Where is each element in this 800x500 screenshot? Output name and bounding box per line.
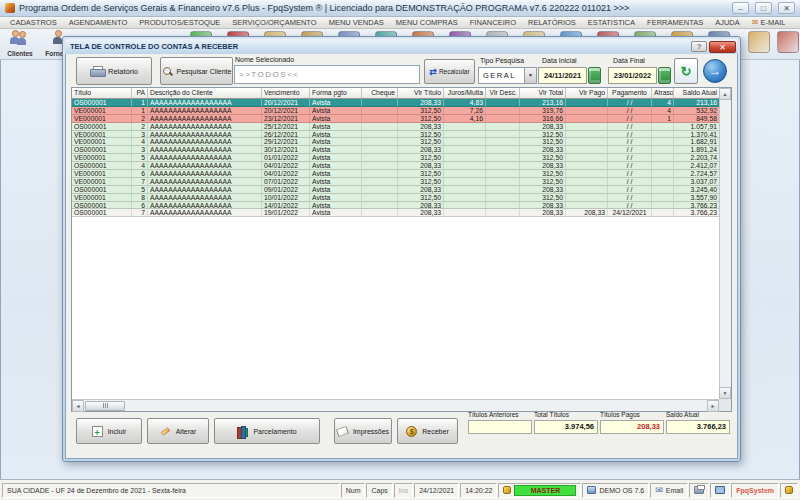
vertical-scrollbar[interactable]: ▲ ▼: [719, 88, 731, 399]
menu-item-cadastros[interactable]: CADASTROS: [4, 18, 63, 27]
table-row[interactable]: VE0000013AAAAAAAAAAAAAAAAAA26/12/2021Avi…: [72, 131, 719, 139]
table-row[interactable]: VE0000015AAAAAAAAAAAAAAAAAA01/01/2022Avi…: [72, 154, 719, 162]
toolbar-icon[interactable]: [748, 31, 770, 53]
horizontal-scrollbar[interactable]: ◄ ►: [72, 399, 719, 411]
calendar-icon[interactable]: [658, 67, 671, 84]
alterar-button[interactable]: Alterar: [147, 418, 209, 444]
status-email-button[interactable]: ✉ Email: [650, 483, 688, 498]
menu-item-label: CADASTROS: [10, 18, 57, 27]
minimize-button[interactable]: –: [732, 2, 749, 14]
status-location: SUA CIDADE - UF 24 de Dezembro de 2021 -…: [2, 483, 340, 498]
table-row[interactable]: VE0000011AAAAAAAAAAAAAAAAAA20/12/2021Avi…: [72, 107, 719, 115]
cell-juros: [444, 131, 486, 139]
status-monitor-button[interactable]: [710, 483, 730, 498]
scrollbar-thumb[interactable]: [85, 401, 125, 411]
cell-vlr_total: 312,50: [520, 170, 566, 178]
cell-cliente: AAAAAAAAAAAAAAAAAA: [148, 123, 262, 131]
pesquisar-cliente-button[interactable]: Pesquisar Cliente: [160, 57, 233, 85]
scroll-up-icon[interactable]: ▲: [719, 88, 731, 100]
parcelamento-button[interactable]: Parcelamento: [214, 418, 320, 444]
nome-selecionado-input[interactable]: >>TODOS<<: [234, 65, 420, 84]
cell-titulo: OS000001: [72, 186, 132, 194]
column-header-cheque[interactable]: Cheque: [362, 88, 398, 98]
column-header-vlr_pago[interactable]: Vlr Pago: [566, 88, 608, 98]
dialog-close-button[interactable]: ✕: [709, 41, 736, 53]
menu-item-relatorios[interactable]: RELATÓRIOS: [522, 18, 582, 27]
column-header-forma[interactable]: Forma pgto: [310, 88, 362, 98]
table-row[interactable]: OS0000016AAAAAAAAAAAAAAAAAA14/01/2022Avi…: [72, 202, 719, 210]
table-row[interactable]: VE0000012AAAAAAAAAAAAAAAAAA23/12/2021Avi…: [72, 115, 719, 123]
help-button[interactable]: ?: [691, 41, 707, 52]
cell-vlr_desc: [486, 162, 520, 170]
table-row[interactable]: OS0000012AAAAAAAAAAAAAAAAAA25/12/2021Avi…: [72, 123, 719, 131]
cell-atraso: [652, 138, 674, 146]
cell-saldo: 3.245,40: [674, 186, 719, 194]
cell-vlr_total: 213,16: [520, 99, 566, 107]
toolbar-icon[interactable]: [777, 31, 799, 53]
scroll-right-icon[interactable]: ►: [707, 400, 719, 412]
maximize-button[interactable]: □: [755, 2, 772, 14]
column-header-cliente[interactable]: Descrição do Cliente: [148, 88, 262, 98]
toolbar-clientes-button[interactable]: Clientes: [2, 30, 38, 57]
menu-item-label: AJUDA: [715, 18, 740, 27]
menu-item-agendamento[interactable]: AGENDAMENTO: [63, 18, 134, 27]
menu-item-estatistica[interactable]: ESTATISTICA: [582, 18, 641, 27]
column-header-atraso[interactable]: Atraso: [652, 88, 674, 98]
close-button[interactable]: ✕: [778, 2, 795, 14]
cell-vlr_desc: [486, 202, 520, 210]
menu-item-menu-vendas[interactable]: MENU VENDAS: [323, 18, 390, 27]
calendar-icon[interactable]: [588, 67, 601, 84]
table-row[interactable]: VE0000014AAAAAAAAAAAAAAAAAA29/12/2021Avi…: [72, 138, 719, 146]
status-key-button[interactable]: [780, 483, 798, 498]
cell-forma: Avista: [310, 202, 362, 210]
tipo-pesquisa-select[interactable]: GERAL ▼: [478, 67, 537, 84]
column-header-pagamento[interactable]: Pagamento: [608, 88, 652, 98]
recalcular-button[interactable]: ⇄ Recalcular: [424, 59, 475, 84]
receber-button[interactable]: Receber: [397, 418, 458, 444]
column-header-saldo[interactable]: Saldo Atual: [674, 88, 720, 98]
table-row[interactable]: OS0000015AAAAAAAAAAAAAAAAAA09/01/2022Avi…: [72, 186, 719, 194]
cell-vlr_total: 319,76: [520, 107, 566, 115]
column-header-juros[interactable]: Juros/Multa: [444, 88, 486, 98]
menu-item-menu-compras[interactable]: MENU COMPRAS: [390, 18, 464, 27]
total-value: 208,33: [600, 420, 664, 434]
column-header-vlr_desc[interactable]: Vlr Desc.: [486, 88, 520, 98]
relatorio-button[interactable]: Relatório: [76, 57, 152, 85]
data-inicial-input[interactable]: 24/11/2021: [538, 67, 587, 84]
column-header-titulo[interactable]: Título: [72, 88, 132, 98]
incluir-button[interactable]: Incluir: [76, 418, 142, 444]
refresh-icon: ↻: [681, 64, 692, 79]
cell-vlr_desc: [486, 146, 520, 154]
data-final-input[interactable]: 23/01/2022: [608, 67, 657, 84]
table-row[interactable]: OS0000013AAAAAAAAAAAAAAAAAA30/12/2021Avi…: [72, 146, 719, 154]
search-icon: [162, 66, 173, 77]
column-header-vencimento[interactable]: Vencimento: [262, 88, 310, 98]
column-header-pa[interactable]: PA: [132, 88, 148, 98]
menu-item-servico-orcamento[interactable]: SERVIÇO/ORÇAMENTO: [226, 18, 322, 27]
chevron-down-icon[interactable]: ▼: [524, 68, 536, 83]
table-row[interactable]: VE0000016AAAAAAAAAAAAAAAAAA04/01/2022Avi…: [72, 170, 719, 178]
scroll-down-icon[interactable]: ▼: [719, 387, 731, 399]
table-row[interactable]: VE0000018AAAAAAAAAAAAAAAAAA10/01/2022Avi…: [72, 194, 719, 202]
menu-item-ajuda[interactable]: AJUDA: [709, 18, 746, 27]
status-printer-button[interactable]: [689, 483, 709, 498]
cell-titulo: VE000001: [72, 131, 132, 139]
cell-vencimento: 23/12/2021: [262, 115, 310, 123]
refresh-button[interactable]: ↻: [674, 58, 698, 84]
menu-item-financeiro[interactable]: FINANCEIRO: [464, 18, 522, 27]
menu-item-ferramentas[interactable]: FERRAMENTAS: [641, 18, 709, 27]
scroll-left-icon[interactable]: ◄: [72, 400, 84, 412]
column-header-vlr_titulo[interactable]: Vlr Título: [398, 88, 444, 98]
table-row[interactable]: OS0000014AAAAAAAAAAAAAAAAAA04/01/2022Avi…: [72, 162, 719, 170]
menu-item-produtos-estoque[interactable]: PRODUTOS/ESTOQUE: [133, 18, 226, 27]
status-user-segment: MASTER: [498, 483, 581, 498]
column-header-vlr_total[interactable]: Vlr Total: [520, 88, 566, 98]
exit-button[interactable]: →: [703, 59, 727, 83]
menu-item-e-mail[interactable]: ✉E-MAIL: [746, 18, 792, 27]
cell-vlr_total: 312,50: [520, 178, 566, 186]
network-icon: [587, 486, 596, 494]
impressoes-button[interactable]: Impressões: [334, 418, 392, 444]
table-row[interactable]: VE0000017AAAAAAAAAAAAAAAAAA07/01/2022Avi…: [72, 178, 719, 186]
table-row[interactable]: OS0000011AAAAAAAAAAAAAAAAAA20/12/2021Avi…: [72, 99, 719, 107]
table-row[interactable]: OS0000017AAAAAAAAAAAAAAAAAA19/01/2022Avi…: [72, 209, 719, 217]
